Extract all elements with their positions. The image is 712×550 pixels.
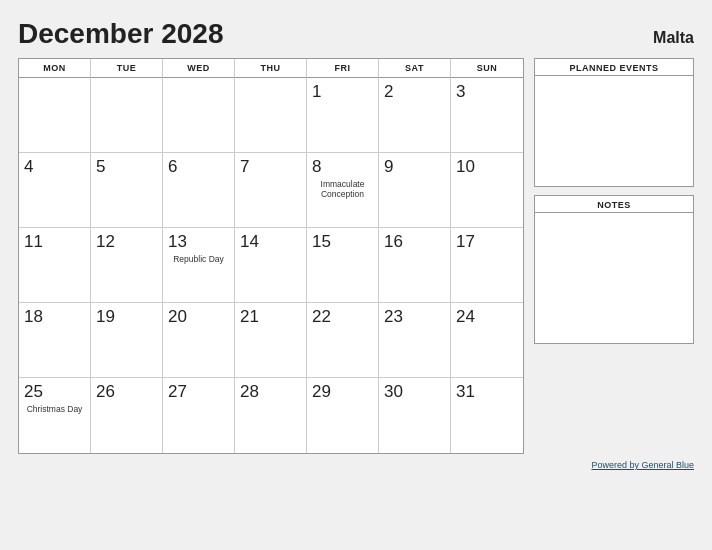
calendar-cell: 21	[235, 303, 307, 378]
cal-date-number: 16	[384, 232, 445, 252]
notes-label: NOTES	[535, 196, 693, 213]
cal-date-number: 3	[456, 82, 518, 102]
cal-event-label: Immaculate Conception	[312, 179, 373, 199]
calendar-cell: 1	[307, 78, 379, 153]
calendar-cell: 4	[19, 153, 91, 228]
cal-date-number: 30	[384, 382, 445, 402]
calendar: MONTUEWEDTHUFRISATSUN 12345678Immaculate…	[18, 58, 524, 454]
day-header-thu: THU	[235, 59, 307, 78]
calendar-cell: 16	[379, 228, 451, 303]
calendar-cell: 3	[451, 78, 523, 153]
cal-date-number: 14	[240, 232, 301, 252]
calendar-cell: 12	[91, 228, 163, 303]
day-header-wed: WED	[163, 59, 235, 78]
cal-date-number: 23	[384, 307, 445, 327]
cal-date-number: 21	[240, 307, 301, 327]
cal-date-number: 2	[384, 82, 445, 102]
cal-event-label: Christmas Day	[24, 404, 85, 414]
cal-date-number: 22	[312, 307, 373, 327]
day-header-mon: MON	[19, 59, 91, 78]
cal-date-number: 26	[96, 382, 157, 402]
header: December 2028 Malta	[18, 18, 694, 50]
cal-event-label: Republic Day	[168, 254, 229, 264]
notes-body	[535, 213, 693, 343]
day-header-sun: SUN	[451, 59, 523, 78]
planned-events-body	[535, 76, 693, 186]
cal-date-number: 28	[240, 382, 301, 402]
footer: Powered by General Blue	[18, 460, 694, 470]
calendar-cell: 18	[19, 303, 91, 378]
cal-date-number: 18	[24, 307, 85, 327]
page: December 2028 Malta MONTUEWEDTHUFRISATSU…	[0, 0, 712, 550]
calendar-cell: 22	[307, 303, 379, 378]
calendar-cell	[163, 78, 235, 153]
cal-date-number: 17	[456, 232, 518, 252]
main-layout: MONTUEWEDTHUFRISATSUN 12345678Immaculate…	[18, 58, 694, 454]
cal-date-number: 31	[456, 382, 518, 402]
cal-date-number: 19	[96, 307, 157, 327]
planned-events-box: PLANNED EVENTS	[534, 58, 694, 187]
calendar-cell: 30	[379, 378, 451, 453]
calendar-cell: 29	[307, 378, 379, 453]
notes-box: NOTES	[534, 195, 694, 344]
cal-date-number: 27	[168, 382, 229, 402]
planned-events-label: PLANNED EVENTS	[535, 59, 693, 76]
cal-date-number: 4	[24, 157, 85, 177]
calendar-cell: 14	[235, 228, 307, 303]
cal-date-number: 29	[312, 382, 373, 402]
calendar-cell: 26	[91, 378, 163, 453]
calendar-cell: 11	[19, 228, 91, 303]
calendar-cell: 6	[163, 153, 235, 228]
sidebar: PLANNED EVENTS NOTES	[534, 58, 694, 454]
cal-date-number: 25	[24, 382, 85, 402]
cal-date-number: 7	[240, 157, 301, 177]
calendar-cell: 5	[91, 153, 163, 228]
calendar-cell: 19	[91, 303, 163, 378]
country-label: Malta	[653, 29, 694, 47]
calendar-cell: 13Republic Day	[163, 228, 235, 303]
calendar-cell: 17	[451, 228, 523, 303]
calendar-grid: 12345678Immaculate Conception910111213Re…	[19, 78, 523, 453]
calendar-cell: 20	[163, 303, 235, 378]
calendar-cell: 27	[163, 378, 235, 453]
calendar-cell: 31	[451, 378, 523, 453]
calendar-cell: 7	[235, 153, 307, 228]
calendar-cell	[19, 78, 91, 153]
calendar-cell: 15	[307, 228, 379, 303]
calendar-cell: 25Christmas Day	[19, 378, 91, 453]
calendar-cell	[235, 78, 307, 153]
cal-date-number: 13	[168, 232, 229, 252]
cal-date-number: 8	[312, 157, 373, 177]
cal-date-number: 1	[312, 82, 373, 102]
cal-date-number: 9	[384, 157, 445, 177]
cal-date-number: 12	[96, 232, 157, 252]
cal-date-number: 24	[456, 307, 518, 327]
powered-by-link[interactable]: Powered by General Blue	[591, 460, 694, 470]
days-header: MONTUEWEDTHUFRISATSUN	[19, 59, 523, 78]
day-header-sat: SAT	[379, 59, 451, 78]
calendar-cell: 10	[451, 153, 523, 228]
page-title: December 2028	[18, 18, 223, 50]
cal-date-number: 15	[312, 232, 373, 252]
day-header-fri: FRI	[307, 59, 379, 78]
calendar-cell: 28	[235, 378, 307, 453]
cal-date-number: 20	[168, 307, 229, 327]
calendar-cell: 8Immaculate Conception	[307, 153, 379, 228]
calendar-cell: 2	[379, 78, 451, 153]
cal-date-number: 10	[456, 157, 518, 177]
calendar-cell: 9	[379, 153, 451, 228]
day-header-tue: TUE	[91, 59, 163, 78]
calendar-cell: 24	[451, 303, 523, 378]
calendar-cell: 23	[379, 303, 451, 378]
cal-date-number: 11	[24, 232, 85, 252]
cal-date-number: 6	[168, 157, 229, 177]
cal-date-number: 5	[96, 157, 157, 177]
calendar-cell	[91, 78, 163, 153]
